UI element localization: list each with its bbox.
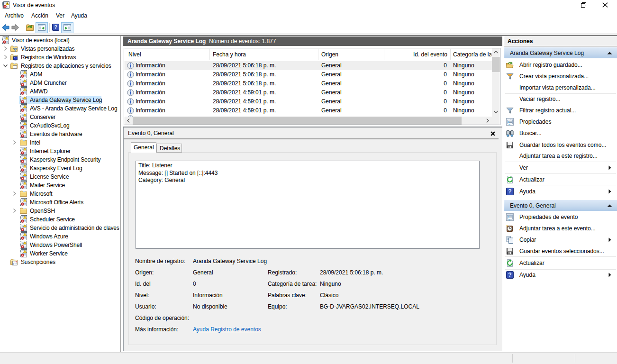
svg-text:?: ? (508, 272, 511, 278)
svg-text:?: ? (508, 188, 511, 195)
svg-text:?: ? (54, 24, 57, 30)
